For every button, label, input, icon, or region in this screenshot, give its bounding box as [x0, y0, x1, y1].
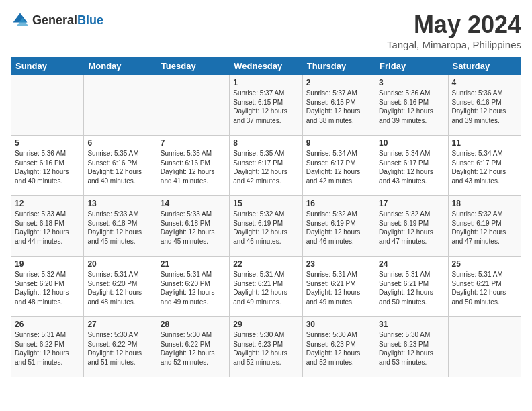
day-info: Sunrise: 5:30 AM Sunset: 6:23 PM Dayligh… — [306, 330, 371, 367]
logo-text-general: General — [32, 13, 77, 27]
calendar-cell: 4Sunrise: 5:36 AM Sunset: 6:16 PM Daylig… — [448, 75, 521, 136]
calendar-cell: 3Sunrise: 5:36 AM Sunset: 6:16 PM Daylig… — [375, 75, 448, 136]
calendar-cell: 23Sunrise: 5:31 AM Sunset: 6:21 PM Dayli… — [302, 257, 375, 317]
calendar-cell: 30Sunrise: 5:30 AM Sunset: 6:23 PM Dayli… — [302, 317, 375, 377]
calendar-cell: 13Sunrise: 5:33 AM Sunset: 6:18 PM Dayli… — [84, 196, 157, 257]
day-number: 31 — [379, 320, 444, 329]
calendar-cell: 18Sunrise: 5:32 AM Sunset: 6:19 PM Dayli… — [448, 196, 521, 257]
day-info: Sunrise: 5:33 AM Sunset: 6:18 PM Dayligh… — [87, 210, 152, 246]
day-number: 24 — [379, 259, 444, 269]
day-info: Sunrise: 5:34 AM Sunset: 6:17 PM Dayligh… — [306, 149, 371, 185]
calendar-cell: 22Sunrise: 5:31 AM Sunset: 6:21 PM Dayli… — [230, 257, 302, 317]
calendar-cell: 26Sunrise: 5:31 AM Sunset: 6:22 PM Dayli… — [11, 317, 84, 377]
days-header-row: SundayMondayTuesdayWednesdayThursdayFrid… — [11, 58, 521, 75]
day-info: Sunrise: 5:30 AM Sunset: 6:22 PM Dayligh… — [161, 330, 226, 367]
calendar-cell — [448, 317, 521, 377]
logo-icon — [11, 11, 30, 30]
day-info: Sunrise: 5:35 AM Sunset: 6:16 PM Dayligh… — [87, 149, 152, 185]
day-header-thursday: Thursday — [302, 58, 375, 75]
day-number: 30 — [306, 320, 371, 329]
day-info: Sunrise: 5:31 AM Sunset: 6:21 PM Dayligh… — [306, 270, 371, 306]
title-block: May 2024 Tangal, Mimaropa, Philippines — [387, 11, 521, 50]
day-header-sunday: Sunday — [11, 58, 84, 75]
day-number: 12 — [15, 199, 80, 208]
day-info: Sunrise: 5:31 AM Sunset: 6:20 PM Dayligh… — [161, 270, 226, 306]
day-info: Sunrise: 5:33 AM Sunset: 6:18 PM Dayligh… — [15, 210, 80, 246]
calendar-cell: 31Sunrise: 5:30 AM Sunset: 6:23 PM Dayli… — [375, 317, 448, 377]
calendar-cell: 8Sunrise: 5:35 AM Sunset: 6:17 PM Daylig… — [230, 136, 302, 196]
day-header-monday: Monday — [84, 58, 157, 75]
day-header-wednesday: Wednesday — [230, 58, 302, 75]
week-row-2: 5Sunrise: 5:36 AM Sunset: 6:16 PM Daylig… — [11, 136, 521, 196]
month-year: May 2024 — [387, 11, 521, 39]
day-number: 17 — [379, 199, 444, 208]
day-number: 16 — [306, 199, 371, 208]
day-info: Sunrise: 5:34 AM Sunset: 6:17 PM Dayligh… — [379, 149, 444, 185]
day-info: Sunrise: 5:37 AM Sunset: 6:15 PM Dayligh… — [233, 89, 298, 125]
day-number: 21 — [161, 259, 226, 269]
calendar-table: SundayMondayTuesdayWednesdayThursdayFrid… — [11, 57, 521, 377]
day-header-friday: Friday — [375, 58, 448, 75]
calendar-cell — [84, 75, 157, 136]
calendar-cell: 5Sunrise: 5:36 AM Sunset: 6:16 PM Daylig… — [11, 136, 84, 196]
day-number: 4 — [452, 78, 517, 87]
day-info: Sunrise: 5:31 AM Sunset: 6:21 PM Dayligh… — [233, 270, 298, 306]
day-info: Sunrise: 5:35 AM Sunset: 6:16 PM Dayligh… — [161, 149, 226, 185]
day-number: 10 — [379, 138, 444, 148]
calendar-cell: 10Sunrise: 5:34 AM Sunset: 6:17 PM Dayli… — [375, 136, 448, 196]
calendar-cell: 28Sunrise: 5:30 AM Sunset: 6:22 PM Dayli… — [157, 317, 229, 377]
day-number: 1 — [233, 78, 298, 87]
calendar-cell: 17Sunrise: 5:32 AM Sunset: 6:19 PM Dayli… — [375, 196, 448, 257]
day-number: 8 — [233, 138, 298, 148]
calendar-cell: 25Sunrise: 5:31 AM Sunset: 6:21 PM Dayli… — [448, 257, 521, 317]
day-number: 28 — [161, 320, 226, 329]
day-info: Sunrise: 5:32 AM Sunset: 6:19 PM Dayligh… — [452, 210, 517, 246]
day-info: Sunrise: 5:37 AM Sunset: 6:15 PM Dayligh… — [306, 89, 371, 125]
day-number: 13 — [87, 199, 152, 208]
calendar-cell: 29Sunrise: 5:30 AM Sunset: 6:23 PM Dayli… — [230, 317, 302, 377]
day-number: 25 — [452, 259, 517, 269]
day-number: 2 — [306, 78, 371, 87]
day-info: Sunrise: 5:32 AM Sunset: 6:19 PM Dayligh… — [306, 210, 371, 246]
page-header: GeneralBlue May 2024 Tangal, Mimaropa, P… — [11, 11, 521, 50]
day-number: 22 — [233, 259, 298, 269]
day-number: 19 — [15, 259, 80, 269]
calendar-cell: 9Sunrise: 5:34 AM Sunset: 6:17 PM Daylig… — [302, 136, 375, 196]
day-number: 9 — [306, 138, 371, 148]
day-header-saturday: Saturday — [448, 58, 521, 75]
day-number: 20 — [87, 259, 152, 269]
day-number: 14 — [161, 199, 226, 208]
day-info: Sunrise: 5:32 AM Sunset: 6:20 PM Dayligh… — [15, 270, 80, 306]
calendar-cell: 21Sunrise: 5:31 AM Sunset: 6:20 PM Dayli… — [157, 257, 229, 317]
calendar-cell: 20Sunrise: 5:31 AM Sunset: 6:20 PM Dayli… — [84, 257, 157, 317]
day-info: Sunrise: 5:31 AM Sunset: 6:22 PM Dayligh… — [15, 330, 80, 367]
calendar-cell: 14Sunrise: 5:33 AM Sunset: 6:18 PM Dayli… — [157, 196, 229, 257]
day-info: Sunrise: 5:32 AM Sunset: 6:19 PM Dayligh… — [233, 210, 298, 246]
day-number: 29 — [233, 320, 298, 329]
week-row-5: 26Sunrise: 5:31 AM Sunset: 6:22 PM Dayli… — [11, 317, 521, 377]
week-row-4: 19Sunrise: 5:32 AM Sunset: 6:20 PM Dayli… — [11, 257, 521, 317]
calendar-cell: 15Sunrise: 5:32 AM Sunset: 6:19 PM Dayli… — [230, 196, 302, 257]
day-number: 11 — [452, 138, 517, 148]
calendar-cell: 24Sunrise: 5:31 AM Sunset: 6:21 PM Dayli… — [375, 257, 448, 317]
day-info: Sunrise: 5:35 AM Sunset: 6:17 PM Dayligh… — [233, 149, 298, 185]
day-info: Sunrise: 5:36 AM Sunset: 6:16 PM Dayligh… — [379, 89, 444, 125]
day-info: Sunrise: 5:36 AM Sunset: 6:16 PM Dayligh… — [15, 149, 80, 185]
calendar-cell: 19Sunrise: 5:32 AM Sunset: 6:20 PM Dayli… — [11, 257, 84, 317]
day-number: 26 — [15, 320, 80, 329]
day-info: Sunrise: 5:33 AM Sunset: 6:18 PM Dayligh… — [161, 210, 226, 246]
calendar-cell: 1Sunrise: 5:37 AM Sunset: 6:15 PM Daylig… — [230, 75, 302, 136]
calendar-cell: 11Sunrise: 5:34 AM Sunset: 6:17 PM Dayli… — [448, 136, 521, 196]
calendar-cell — [157, 75, 229, 136]
day-info: Sunrise: 5:34 AM Sunset: 6:17 PM Dayligh… — [452, 149, 517, 185]
week-row-1: 1Sunrise: 5:37 AM Sunset: 6:15 PM Daylig… — [11, 75, 521, 136]
day-number: 5 — [15, 138, 80, 148]
day-header-tuesday: Tuesday — [157, 58, 229, 75]
location: Tangal, Mimaropa, Philippines — [387, 39, 521, 50]
day-number: 3 — [379, 78, 444, 87]
day-number: 18 — [452, 199, 517, 208]
day-number: 15 — [233, 199, 298, 208]
day-number: 6 — [87, 138, 152, 148]
day-number: 27 — [87, 320, 152, 329]
day-info: Sunrise: 5:31 AM Sunset: 6:21 PM Dayligh… — [379, 270, 444, 306]
